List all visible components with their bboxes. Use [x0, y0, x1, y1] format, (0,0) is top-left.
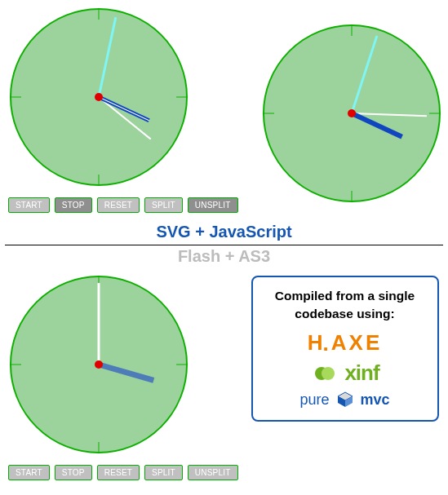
- mvc-text: mvc: [361, 391, 390, 409]
- start-button[interactable]: START: [8, 197, 50, 213]
- bottom-button-row: START STOP RESET SPLIT UNSPLIT: [8, 465, 238, 480]
- info-title-line2: codebase using:: [295, 307, 394, 320]
- center-dot: [348, 109, 356, 117]
- split-button[interactable]: SPLIT: [144, 197, 183, 213]
- center-dot: [95, 93, 103, 101]
- bottom-left-column: START STOP RESET SPLIT UNSPLIT: [5, 271, 238, 480]
- haxe-logo: H.AXE: [308, 330, 382, 356]
- reset-button[interactable]: RESET: [97, 197, 140, 213]
- pure-text: pure: [299, 391, 329, 409]
- stop-button[interactable]: STOP: [55, 197, 92, 213]
- xinf-icon: [310, 362, 338, 385]
- split-button[interactable]: SPLIT: [144, 465, 183, 480]
- section-label-svgjs: SVG + JavaScript: [3, 223, 445, 241]
- clock-top-left: [5, 3, 193, 191]
- info-title-line1: Compiled from a single: [275, 289, 415, 303]
- top-right-column: [258, 3, 449, 207]
- unsplit-button[interactable]: UNSPLIT: [188, 465, 238, 480]
- stop-button[interactable]: STOP: [55, 465, 92, 480]
- clock-bottom-left: [5, 271, 193, 458]
- center-dot: [95, 360, 103, 369]
- xinf-logo-row: xinf: [261, 360, 429, 386]
- xinf-text: xinf: [344, 360, 379, 386]
- top-button-row: START STOP RESET SPLIT UNSPLIT: [8, 197, 238, 213]
- info-box: Compiled from a single codebase using: H…: [251, 276, 439, 422]
- unsplit-button[interactable]: UNSPLIT: [188, 197, 238, 213]
- puremvc-logo-row: pure mvc: [261, 391, 429, 409]
- cube-icon: [336, 391, 354, 409]
- top-left-column: START STOP RESET SPLIT UNSPLIT: [5, 3, 238, 213]
- bottom-right-column: Compiled from a single codebase using: H…: [258, 271, 449, 422]
- haxe-logo-row: H.AXE: [261, 330, 429, 356]
- info-title: Compiled from a single codebase using:: [261, 287, 429, 322]
- top-panel: START STOP RESET SPLIT UNSPLIT: [3, 3, 445, 216]
- section-label-flash: Flash + AS3: [3, 247, 445, 266]
- clock-top-right: [258, 20, 446, 207]
- bottom-panel: START STOP RESET SPLIT UNSPLIT Compiled …: [3, 271, 445, 484]
- reset-button[interactable]: RESET: [97, 465, 140, 480]
- start-button[interactable]: START: [8, 465, 50, 480]
- divider: [5, 245, 443, 245]
